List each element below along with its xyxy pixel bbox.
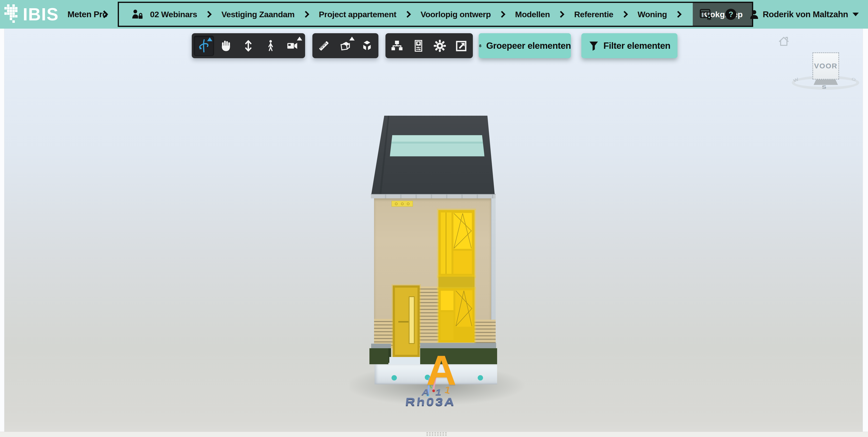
window-pane — [441, 212, 452, 274]
settings-tool-button[interactable] — [430, 36, 450, 56]
nav-root-meten-pro[interactable]: Meten Pro — [67, 0, 107, 29]
building-louvers-center — [420, 287, 438, 348]
camera-icon — [286, 39, 300, 53]
fullscreen-tool-button[interactable] — [451, 36, 472, 56]
elevation-tool-button[interactable] — [238, 36, 258, 56]
person-lock-icon — [131, 9, 144, 20]
filter-elements-button[interactable]: Filter elementen — [581, 33, 678, 58]
layers-icon — [479, 40, 482, 52]
app-header: IBIS Meten Pro 02 Webinars Vestiging Zaa… — [0, 0, 868, 29]
breadcrumb-item-modellen[interactable]: Modellen — [515, 10, 550, 19]
breadcrumb-item-referentie[interactable]: Referentie — [574, 10, 613, 19]
ruler-icon — [317, 39, 330, 53]
view-cube-base — [814, 79, 838, 85]
building-skylight — [390, 135, 485, 157]
home-view-button[interactable] — [778, 35, 789, 48]
chevron-right-icon — [623, 11, 628, 18]
properties-tool-button[interactable] — [408, 36, 429, 56]
dropdown-triangle-icon — [349, 37, 354, 40]
help-button[interactable]: ? — [725, 9, 737, 20]
building-window-upper — [438, 210, 474, 277]
home-icon — [778, 35, 789, 47]
breadcrumb-item-project[interactable]: Project appartement — [319, 10, 396, 19]
chevron-right-icon — [102, 0, 108, 29]
building-vent-strip — [392, 201, 413, 207]
building-window-band — [438, 277, 474, 288]
grid-marker-letter: A — [426, 349, 456, 391]
compass-south-label: S — [822, 85, 826, 90]
isolate-tool-button[interactable] — [357, 36, 377, 56]
chevron-right-icon — [559, 11, 564, 18]
group-elements-label: Groepeer elementen — [486, 41, 571, 51]
entrance-step — [389, 357, 420, 365]
panel-drag-handle[interactable] — [427, 432, 446, 436]
hand-pan-icon — [220, 39, 233, 53]
casement-symbol-icon — [455, 290, 472, 327]
door-glass-slit — [409, 296, 414, 344]
properties-panel-icon — [412, 39, 425, 53]
camera-tool-button[interactable] — [283, 36, 303, 56]
planter-top-left — [371, 344, 391, 348]
exploded-cube-icon — [361, 39, 374, 53]
building-gutter — [371, 194, 496, 198]
foundation-anchor-dot — [392, 375, 397, 380]
user-name: Roderik von Maltzahn — [763, 9, 848, 19]
ibis-pixel-logo-icon — [4, 4, 20, 25]
chevron-right-icon — [500, 11, 505, 18]
casement-symbol-icon — [454, 213, 472, 249]
dropdown-triangle-icon — [207, 37, 212, 41]
building-window-lower — [438, 288, 474, 342]
table-settings-button[interactable] — [700, 8, 713, 21]
building-front-door — [393, 285, 420, 357]
measure-tool-button[interactable] — [314, 36, 334, 56]
foundation-anchor-dot — [478, 375, 483, 380]
section-tool-button[interactable] — [335, 36, 355, 56]
help-icon: ? — [725, 9, 737, 20]
dropdown-triangle-icon — [297, 37, 302, 40]
walk-person-icon — [264, 39, 277, 52]
window-pane — [454, 251, 472, 274]
model-code-3d: Rh03A — [405, 396, 456, 408]
breadcrumb-item-woning[interactable]: Woning — [638, 10, 667, 19]
bottom-panel-bar — [0, 432, 868, 437]
expand-icon — [455, 39, 468, 52]
toolbar-navigation — [192, 33, 305, 58]
up-down-arrow-icon — [242, 39, 255, 52]
door-letterbox — [398, 321, 408, 323]
chevron-right-icon — [304, 11, 309, 18]
hierarchy-tool-button[interactable] — [387, 36, 407, 56]
model-canvas[interactable]: A 1 A 1 Rh03A — [0, 29, 868, 437]
orbit-tool-button[interactable] — [194, 36, 214, 56]
chevron-right-icon — [677, 11, 682, 18]
window-casement-pane — [455, 290, 472, 327]
pan-tool-button[interactable] — [216, 36, 237, 56]
user-icon — [749, 9, 759, 20]
view-cube-front-face[interactable]: VOOR — [812, 53, 839, 79]
left-scrollbar-track[interactable] — [0, 29, 4, 437]
filter-funnel-icon — [588, 40, 599, 52]
gear-icon — [433, 39, 446, 53]
window-casement-pane — [454, 213, 472, 249]
chevron-right-icon — [406, 11, 411, 18]
view-cube-front-label: VOOR — [814, 62, 837, 70]
hierarchy-icon — [390, 39, 403, 53]
table-settings-icon — [700, 8, 713, 21]
caret-down-icon — [852, 12, 859, 16]
toolbar-model-tools — [312, 33, 378, 58]
app-logo-text: IBIS — [23, 3, 59, 26]
model-viewport: A 1 A 1 Rh03A — [0, 29, 868, 437]
breadcrumb-item-ontwerp[interactable]: Voorlopig ontwerp — [421, 10, 491, 19]
filter-elements-label: Filter elementen — [603, 41, 671, 51]
group-elements-button[interactable]: Groepeer elementen — [479, 33, 571, 58]
walk-tool-button[interactable] — [260, 36, 281, 56]
window-mullion — [446, 212, 446, 274]
window-pane — [441, 291, 454, 310]
app-logo[interactable]: IBIS — [4, 3, 59, 26]
right-scrollbar-track[interactable] — [863, 29, 868, 437]
breadcrumb-item-vestiging[interactable]: Vestiging Zaandam — [221, 10, 294, 19]
help-glyph: ? — [729, 10, 734, 19]
planter-left — [369, 348, 389, 364]
user-menu[interactable]: Roderik von Maltzahn — [749, 9, 859, 20]
chevron-right-icon — [207, 11, 212, 18]
breadcrumb-item-webinars[interactable]: 02 Webinars — [150, 10, 197, 19]
